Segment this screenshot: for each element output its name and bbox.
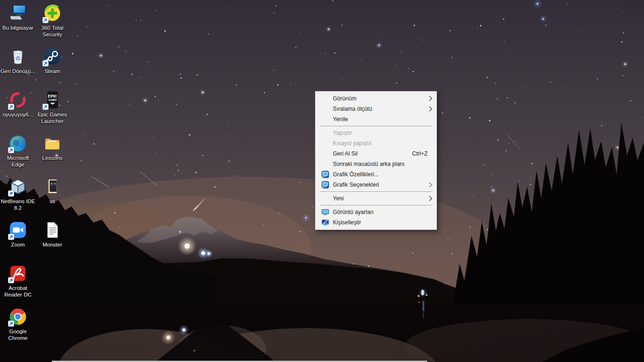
menu-item-yapistir: Yapıştır [315,128,437,138]
desktop-icon-vs[interactable]: vs [34,177,70,205]
intel-graphics-icon [322,181,329,189]
menu-item-label: Kısayol yapıştır [333,140,372,147]
menu-item-goruntu-ayarlari[interactable]: Görüntü ayarları [315,207,437,217]
desktop-icon-monster[interactable]: Monster [34,221,70,248]
opera-gx-icon [8,90,27,109]
desktop-icon-label: 360 Total Security [34,25,70,38]
folder-icon [43,134,62,153]
zoom-icon [8,221,27,239]
document-icon [43,221,62,239]
desktop-icon-label: Zoom [0,241,36,248]
desktop-icon-label: Lessons [34,155,70,161]
svg-text:EPIC: EPIC [48,94,58,99]
menu-item-siralama-olcutu[interactable]: Sıralama ölçütü [315,104,437,114]
desktop-icon-label: Google Chrome [0,328,36,341]
menu-item-grafik-secenekleri[interactable]: Grafik Seçenekleri [315,180,437,190]
recycle-bin-icon: ♻ [8,47,27,66]
menu-item-yenile[interactable]: Yenile [315,114,437,124]
acrobat-reader-icon [8,264,27,283]
display-settings-icon [322,208,329,216]
menu-separator [320,191,433,192]
shortcut-arrow-icon [8,277,14,283]
menu-item-label: Yeni [333,195,344,202]
shortcut-arrow-icon [8,190,14,197]
menu-item-label: Grafik Seçenekleri [333,181,379,188]
desktop-icon-label: Bu bilgisayar [0,25,36,31]
desktop-icon-label: Geri Dönüşü... [0,68,36,74]
desktop-icon-bu-bilgisayar[interactable]: Bu bilgisayar [0,4,36,31]
desktop-icon-360-total-security[interactable]: 360 Total Security [34,4,70,38]
menu-item-label: Sıralama ölçütü [333,106,372,112]
menu-item-kisisellestir[interactable]: Kişiselleştir [315,217,437,228]
desktop-icon-acrobat-reader-dc[interactable]: Acrobat Reader DC [0,264,36,298]
menu-item-gorunum[interactable]: Görünüm [315,93,437,104]
menu-item-grafik-ozellikleri[interactable]: Grafik Özellikleri... [315,169,437,180]
microsoft-edge-icon [8,134,27,153]
shortcut-arrow-icon [42,104,49,110]
personalize-icon [322,219,329,226]
menu-item-label: Sonraki masaüstü arka planı [333,161,405,167]
menu-shortcut-hint: Ctrl+Z [412,148,428,159]
menu-item-label: Görünüm [333,95,356,102]
360-total-security-icon [43,4,62,23]
menu-item-sonraki-masaustu-arka-plani[interactable]: Sonraki masaüstü arka planı [315,159,437,169]
book-icon [43,177,62,196]
submenu-arrow-icon [429,106,432,112]
menu-item-yeni[interactable]: Yeni [315,193,437,204]
desktop-icon-label: Steam [34,68,70,74]
menu-item-label: Kişiselleştir [333,219,361,226]
desktop-icon-label: vs [34,198,70,205]
shortcut-arrow-icon [8,104,14,110]
desktop-icon-label: oyuyuyuy6... [0,111,36,118]
desktop-icon-steam[interactable]: Steam [34,47,70,74]
desktop-icon-label: Acrobat Reader DC [0,285,36,298]
desktop-icon-epic-games-launcher[interactable]: EPICGAMESEpic Games Launcher [34,90,70,124]
desktop-icon-label: Epic Games Launcher [34,111,70,124]
shortcut-arrow-icon [8,321,14,327]
desktop-icon-oyuyuyuy6[interactable]: oyuyuyuy6... [0,90,36,118]
menu-item-kisayol-yapistir: Kısayol yapıştır [315,138,437,148]
shortcut-arrow-icon [8,147,14,153]
menu-item-label: Yenile [333,116,348,123]
submenu-arrow-icon [429,96,432,101]
shortcut-arrow-icon [42,60,49,66]
shortcut-arrow-icon [42,17,49,23]
svg-text:♻: ♻ [16,55,21,62]
submenu-arrow-icon [429,182,432,188]
steam-icon [43,47,62,66]
netbeans-icon [8,177,27,196]
desktop-icon-label: Microsoft Edge [0,155,36,168]
desktop-icon-zoom[interactable]: Zoom [0,221,36,248]
menu-item-label: Grafik Özellikleri... [333,171,379,178]
desktop-icon-microsoft-edge[interactable]: Microsoft Edge [0,134,36,168]
desktop: Bu bilgisayar♻Geri Dönüşü...oyuyuyuy6...… [0,0,644,362]
this-pc-icon [8,4,27,23]
desktop-icon-label: NetBeans IDE 8.2 [0,198,36,211]
epic-games-icon: EPICGAMES [43,90,62,109]
desktop-icon-netbeans-ide-8-2[interactable]: NetBeans IDE 8.2 [0,177,36,211]
chrome-icon [8,307,27,326]
menu-item-geri-al-sil[interactable]: Geri Al SilCtrl+Z [315,148,437,159]
menu-separator [320,205,433,206]
menu-item-label: Geri Al Sil [333,150,358,157]
context-menu: GörünümSıralama ölçütüYenileYapıştırKısa… [315,91,437,230]
menu-item-label: Yapıştır [333,130,352,136]
shortcut-arrow-icon [8,234,14,240]
submenu-arrow-icon [429,196,432,201]
menu-item-label: Görüntü ayarları [333,209,374,215]
desktop-icon-geri-donusu[interactable]: ♻Geri Dönüşü... [0,47,36,74]
desktop-icon-lessons[interactable]: Lessons [34,134,70,161]
menu-separator [320,126,433,126]
intel-graphics-icon [322,171,329,178]
desktop-icon-google-chrome[interactable]: Google Chrome [0,307,36,341]
desktop-icon-label: Monster [34,241,70,248]
svg-text:GAMES: GAMES [49,99,57,101]
